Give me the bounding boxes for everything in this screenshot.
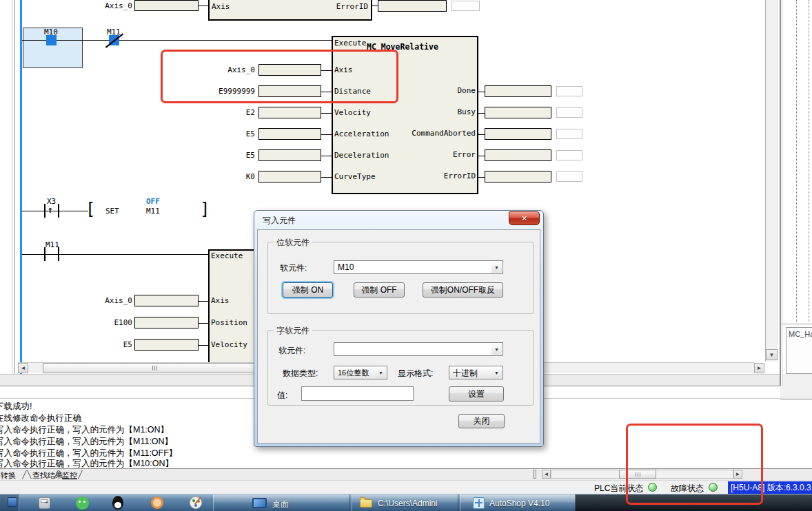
contacts-icon[interactable]	[151, 497, 163, 509]
word-device-combobox[interactable]: ▼	[334, 342, 503, 356]
operand-box[interactable]	[134, 295, 199, 306]
qq-icon[interactable]	[112, 496, 123, 510]
operand-box[interactable]	[258, 149, 321, 161]
operand-label[interactable]: E2	[200, 108, 255, 117]
set-button[interactable]: 设置	[449, 386, 504, 402]
annotation-rect-inputs	[161, 50, 398, 103]
wire	[199, 345, 208, 346]
thumb-grip	[156, 366, 157, 371]
log-splitter-grip[interactable]	[533, 470, 536, 479]
taskbar-button-label: AutoShop V4.10	[489, 499, 549, 508]
force-toggle-button[interactable]: 强制ON/OFF取反	[423, 282, 503, 298]
chevron-down-icon[interactable]: ▼	[491, 262, 502, 273]
calculator-icon[interactable]: 0	[39, 497, 50, 509]
operand-label[interactable]: Axis_0	[77, 1, 132, 10]
chevron-down-icon[interactable]: ▼	[491, 367, 502, 378]
scroll-right-button[interactable]: ►	[754, 363, 764, 373]
operand-label[interactable]: E5	[77, 340, 132, 349]
taskbar-button-label: C:\Users\Admini	[378, 499, 438, 508]
thumb-grip	[152, 366, 153, 371]
operand-label[interactable]: E5	[200, 129, 255, 138]
datatype-combobox[interactable]: 16位整数 ▼	[334, 366, 387, 379]
operand-box[interactable]	[485, 85, 551, 97]
pin-label: Execute	[211, 251, 243, 260]
wire	[199, 301, 208, 302]
monitor-box	[556, 107, 582, 118]
contact-m10-on[interactable]	[46, 35, 57, 45]
pin-label: Position	[211, 318, 247, 327]
pinned-app-icon[interactable]	[8, 497, 17, 507]
pin-label: Error	[386, 150, 476, 159]
wire	[478, 156, 485, 156]
operand-box[interactable]	[134, 317, 199, 328]
bit-element-group: 位软元件	[267, 242, 534, 314]
scroll-left-button[interactable]: ◄	[18, 363, 28, 373]
operand-box[interactable]	[134, 0, 199, 11]
operand-box[interactable]	[485, 149, 551, 161]
pin-label: Acceleration	[334, 129, 389, 138]
format-label: 显示格式:	[398, 368, 433, 379]
operand-box[interactable]	[258, 171, 321, 182]
toolbox-item[interactable]: MC_Ha	[786, 327, 812, 374]
wechat-icon[interactable]	[76, 497, 89, 510]
operand-box[interactable]	[485, 171, 551, 182]
operand-box[interactable]	[134, 339, 199, 351]
open-bracket: [	[85, 201, 95, 218]
operand-box[interactable]	[485, 128, 551, 140]
editor-left-border	[12, 0, 12, 374]
operand-label[interactable]: E5	[200, 151, 255, 160]
bit-group-title: 位软元件	[274, 237, 312, 249]
chevron-down-icon[interactable]: ▼	[491, 344, 502, 355]
operand-box[interactable]	[378, 0, 447, 12]
contact-bar[interactable]	[58, 247, 59, 261]
word-device-label: 软元件:	[278, 345, 305, 357]
editor-left-border2	[14, 0, 15, 374]
contact-bar[interactable]	[58, 204, 59, 218]
datatype-label: 数据类型:	[283, 368, 318, 379]
panel-divider	[782, 324, 812, 324]
panel-dotted-col	[809, 0, 809, 322]
force-on-button[interactable]: 强制 ON	[283, 282, 333, 298]
wire	[478, 92, 485, 92]
pin-label: CurveType	[334, 172, 376, 181]
panel-splitter[interactable]	[780, 0, 781, 386]
operand-label[interactable]: E100	[77, 318, 132, 327]
scroll-down-button[interactable]: ▼	[766, 349, 778, 360]
contact-bar[interactable]	[44, 204, 45, 218]
rising-edge-icon: ↑	[48, 205, 53, 215]
write-element-dialog: 写入元件 ✕ 位软元件 软元件: M10 ▼ 强制 ON 强制 OFF 强制ON…	[254, 210, 544, 447]
tab-convert[interactable]: 转换	[1, 470, 16, 481]
monitor-box	[556, 86, 582, 96]
rung-wire	[22, 40, 332, 41]
wire	[321, 177, 332, 178]
h-scroll-thumb[interactable]	[43, 363, 269, 373]
dialog-close-action-button[interactable]: 关闭	[458, 414, 505, 428]
operand-box[interactable]	[485, 107, 551, 118]
log-scroll-left-button[interactable]: ◄	[542, 470, 551, 479]
instruction-panel: MC_Ha	[782, 0, 812, 386]
operand-box[interactable]	[258, 128, 321, 140]
force-off-button[interactable]: 强制 OFF	[354, 282, 405, 298]
set-instruction[interactable]: SET	[105, 207, 119, 216]
panel-dotted-col	[796, 0, 797, 322]
operand-label[interactable]: K0	[200, 172, 255, 181]
set-operand[interactable]: M11	[146, 207, 160, 216]
value-input[interactable]	[301, 386, 414, 401]
format-combobox[interactable]: 十进制 ▼	[449, 366, 503, 379]
dialog-client: 位软元件 软元件: M10 ▼ 强制 ON 强制 OFF 强制ON/OFF取反 …	[257, 229, 540, 444]
pin-label: Done	[386, 86, 476, 95]
chevron-down-icon[interactable]: ▼	[376, 367, 386, 378]
paint-palette-icon[interactable]	[190, 497, 202, 509]
tab-monitor[interactable]: 监控	[62, 470, 77, 481]
operand-box[interactable]	[258, 107, 321, 118]
pin-label: ErrorID	[303, 2, 368, 11]
bit-device-combobox[interactable]: M10 ▼	[334, 260, 503, 274]
v-scrollbar[interactable]	[765, 0, 778, 362]
bit-device-label: 软元件:	[280, 262, 307, 274]
operand-label[interactable]: Axis_0	[77, 296, 132, 305]
tab-search-results[interactable]: 查找结果	[32, 470, 63, 481]
pin-label: Busy	[386, 107, 476, 116]
contact-bar[interactable]	[44, 247, 45, 261]
wire	[478, 134, 485, 135]
dialog-close-button[interactable]: ✕	[509, 211, 540, 225]
